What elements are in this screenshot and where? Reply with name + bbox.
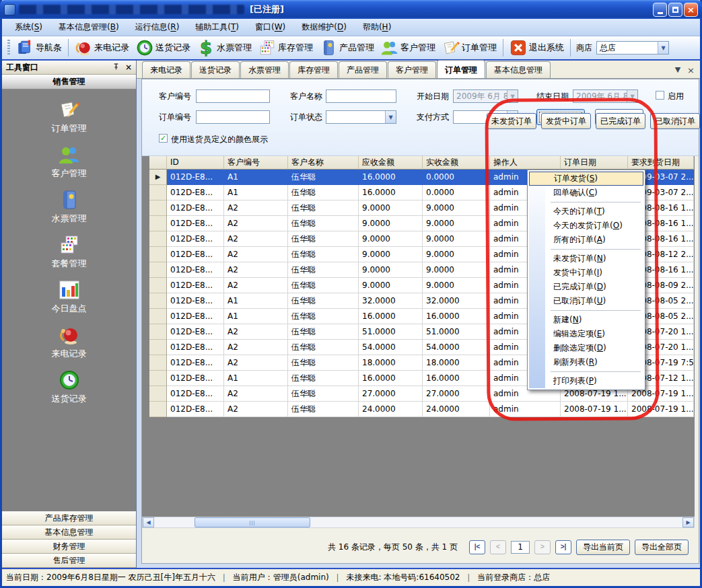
menubar-item-2[interactable]: 运行信息(R) <box>128 20 187 35</box>
cell-paid-0[interactable]: 0.0000 <box>423 170 490 185</box>
cell-odate-15[interactable]: 2008-07-19 1... <box>561 402 628 417</box>
first-page-button[interactable]: |< <box>469 540 485 554</box>
toolbar-button-8[interactable]: 退出系统 <box>506 38 567 58</box>
sidebar-item-3[interactable]: 套餐管理 <box>2 234 136 273</box>
cell-paid-4[interactable]: 9.0000 <box>423 231 490 247</box>
cell-paid-10[interactable]: 51.0000 <box>423 324 490 340</box>
cell-cname-4[interactable]: 伍华聪 <box>288 231 359 247</box>
context-menu-item-9[interactable]: 已完成订单(D) <box>529 280 643 294</box>
context-menu-item-3[interactable]: 今天的订单(T) <box>529 205 643 219</box>
cell-cno-12[interactable]: A2 <box>224 355 288 371</box>
cell-cname-2[interactable]: 伍华聪 <box>288 200 359 216</box>
context-menu-item-0[interactable]: 订单发货(S) <box>529 172 643 186</box>
cell-cname-10[interactable]: 伍华聪 <box>288 324 359 340</box>
status-filter-button-1[interactable]: 发货中订单 <box>541 113 591 129</box>
minimize-button[interactable] <box>653 3 667 17</box>
color-display-checkbox[interactable]: ✓ <box>159 134 168 143</box>
cell-recv-3[interactable]: 9.0000 <box>359 216 423 231</box>
cell-paid-8[interactable]: 32.0000 <box>423 293 490 309</box>
menubar-item-5[interactable]: 数据维护(D) <box>294 20 354 35</box>
row-selector-12[interactable] <box>149 355 167 371</box>
cell-cno-4[interactable]: A2 <box>224 231 288 247</box>
menubar-item-6[interactable]: 帮助(H) <box>355 20 398 35</box>
scroll-left-icon[interactable]: ◀ <box>143 517 154 527</box>
toolbar-button-0[interactable]: 导航条 <box>13 38 65 58</box>
column-header-3[interactable]: 应收金额 <box>359 156 423 170</box>
column-header-4[interactable]: 实收金额 <box>423 156 490 170</box>
cell-id-10[interactable]: 012D-E8... <box>167 324 224 340</box>
context-menu-item-7[interactable]: 未发货订单(N) <box>529 252 643 266</box>
row-selector-6[interactable] <box>149 262 167 278</box>
customer-no-input[interactable] <box>196 89 270 103</box>
status-filter-button-2[interactable]: 已完成订单 <box>596 113 645 129</box>
cell-recv-14[interactable]: 27.0000 <box>359 386 423 402</box>
sidebar-section-2[interactable]: 财务管理 <box>2 540 136 554</box>
cell-id-4[interactable]: 012D-E8... <box>167 231 224 247</box>
cell-cname-12[interactable]: 伍华聪 <box>288 355 359 371</box>
sidebar-item-0[interactable]: 订单管理 <box>2 99 136 138</box>
cell-recv-2[interactable]: 9.0000 <box>359 200 423 216</box>
start-date-picker[interactable]: 2009年 6月 8日 ▼ <box>453 89 518 103</box>
cell-recv-6[interactable]: 9.0000 <box>359 262 423 278</box>
cell-paid-11[interactable]: 54.0000 <box>423 340 490 355</box>
context-menu-item-8[interactable]: 发货中订单(I) <box>529 266 643 280</box>
cell-id-7[interactable]: 012D-E8... <box>167 278 224 293</box>
cell-cname-9[interactable]: 伍华聪 <box>288 309 359 324</box>
sidebar-section-0[interactable]: 产品库存管理 <box>2 511 136 525</box>
cell-cname-1[interactable]: 伍华聪 <box>288 185 359 200</box>
cell-cno-15[interactable]: A2 <box>224 402 288 417</box>
chevron-down-icon[interactable]: ▼ <box>385 111 396 123</box>
row-selector-1[interactable] <box>149 185 167 200</box>
row-selector-7[interactable] <box>149 278 167 293</box>
cell-paid-2[interactable]: 9.0000 <box>423 200 490 216</box>
sidebar-item-5[interactable]: 来电记录 <box>2 324 136 363</box>
cell-cno-11[interactable]: A2 <box>224 340 288 355</box>
tab-4[interactable]: 产品管理 <box>339 61 387 78</box>
column-header-6[interactable]: 订单日期 <box>561 156 628 170</box>
cell-paid-12[interactable]: 18.0000 <box>423 355 490 371</box>
cell-cno-9[interactable]: A1 <box>224 309 288 324</box>
cell-rdate-15[interactable]: 2008-07-19 1... <box>628 402 694 417</box>
cell-cno-10[interactable]: A2 <box>224 324 288 340</box>
shop-select[interactable]: 总店 ▼ <box>596 41 669 54</box>
cell-recv-7[interactable]: 9.0000 <box>359 278 423 293</box>
cell-cname-0[interactable]: 伍华聪 <box>288 170 359 185</box>
cell-id-9[interactable]: 012D-E8... <box>167 309 224 324</box>
tab-7[interactable]: 基本信息管理 <box>486 61 551 78</box>
status-filter-button-3[interactable]: 已取消订单 <box>650 113 700 129</box>
tab-5[interactable]: 客户管理 <box>388 61 436 78</box>
order-status-select[interactable]: ▼ <box>326 110 396 124</box>
cell-cno-14[interactable]: A2 <box>224 386 288 402</box>
scrollbar-thumb[interactable] <box>195 517 310 527</box>
cell-id-13[interactable]: 012D-E8... <box>167 371 224 386</box>
cell-cno-2[interactable]: A2 <box>224 200 288 216</box>
row-selector-5[interactable] <box>149 247 167 262</box>
cell-id-15[interactable]: 012D-E8... <box>167 402 224 417</box>
cell-recv-8[interactable]: 32.0000 <box>359 293 423 309</box>
end-date-picker[interactable]: 2009年 6月 8日 ▼ <box>573 89 638 103</box>
cell-cno-13[interactable]: A1 <box>224 371 288 386</box>
cell-cno-7[interactable]: A2 <box>224 278 288 293</box>
cell-cno-1[interactable]: A1 <box>224 185 288 200</box>
cell-cname-11[interactable]: 伍华聪 <box>288 340 359 355</box>
menubar-item-0[interactable]: 系统(S) <box>7 20 50 35</box>
menubar-item-4[interactable]: 窗口(W) <box>248 20 293 35</box>
cell-id-11[interactable]: 012D-E8... <box>167 340 224 355</box>
export-current-page-button[interactable]: 导出当前页 <box>576 540 630 555</box>
cell-cname-14[interactable]: 伍华聪 <box>288 386 359 402</box>
sidebar-section-1[interactable]: 基本信息管理 <box>2 525 136 540</box>
enable-checkbox[interactable] <box>656 91 664 100</box>
cell-cname-5[interactable]: 伍华聪 <box>288 247 359 262</box>
toolbar-button-6[interactable]: 客户管理 <box>378 38 439 58</box>
cell-cname-15[interactable]: 伍华聪 <box>288 402 359 417</box>
tab-2[interactable]: 水票管理 <box>240 61 289 78</box>
export-all-pages-button[interactable]: 导出全部页 <box>635 540 689 555</box>
cell-recv-9[interactable]: 16.0000 <box>359 309 423 324</box>
column-header-1[interactable]: 客户编号 <box>224 156 288 170</box>
toolbar-button-3[interactable]: $水票管理 <box>194 38 255 58</box>
context-menu-item-10[interactable]: 已取消订单(U) <box>529 294 643 308</box>
cell-id-3[interactable]: 012D-E8... <box>167 216 224 231</box>
cell-id-12[interactable]: 012D-E8... <box>167 355 224 371</box>
column-header-7[interactable]: 要求到货日期 <box>628 156 694 170</box>
context-menu-item-17[interactable]: 打印列表(P) <box>529 374 643 388</box>
